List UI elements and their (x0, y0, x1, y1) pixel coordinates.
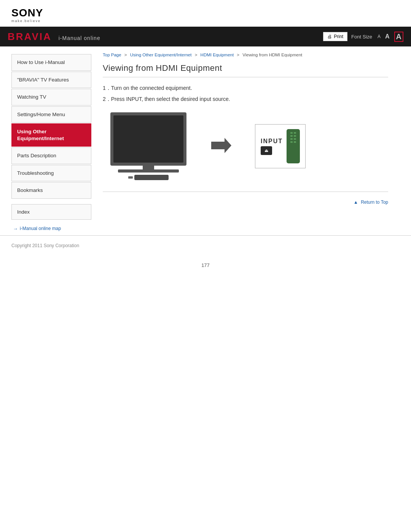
step-2: 2．Press INPUT, then select the desired i… (103, 95, 388, 103)
remote-btn (290, 135, 293, 137)
breadcrumb-link2[interactable]: Using Other Equipment/Internet (130, 53, 192, 57)
sidebar-item-parts[interactable]: Parts Description (11, 147, 91, 164)
remote-btn (290, 141, 293, 143)
tv-group (110, 112, 186, 180)
remote-btn-row-4 (290, 141, 296, 143)
return-top-arrow-icon: ▲ (354, 200, 358, 205)
steps: 1．Turn on the connected equipment. 2．Pre… (103, 84, 388, 103)
bravia-banner: BRAVIA i-Manual online 🖨 Print Font Size… (0, 27, 411, 46)
device-connector (128, 176, 133, 179)
bravia-banner-left: BRAVIA i-Manual online (8, 31, 100, 43)
remote-btn-row-1 (290, 132, 296, 134)
font-size-small[interactable]: A (378, 34, 381, 39)
content-area: Top Page > Using Other Equipment/Interne… (91, 46, 400, 232)
breadcrumb-top-page[interactable]: Top Page (103, 53, 121, 57)
logo-area: SONY make.believe (0, 0, 411, 27)
print-icon: 🖨 (327, 34, 332, 39)
svg-marker-0 (211, 138, 231, 153)
sidebar-item-index[interactable]: Index (11, 204, 91, 220)
sidebar-item-bookmarks[interactable]: Bookmarks (11, 182, 91, 199)
remote-btn (294, 132, 296, 134)
bravia-banner-right: 🖨 Print Font Size A A A (323, 32, 403, 42)
tv-screen-inner (113, 115, 183, 163)
print-label: Print (334, 34, 343, 39)
input-button-icon: ⏏ (264, 148, 268, 153)
arrow-svg (209, 136, 232, 155)
step-1: 1．Turn on the connected equipment. (103, 84, 388, 92)
page-title: Viewing from HDMI Equipment (103, 63, 388, 77)
input-label: INPUT (261, 138, 283, 145)
imanual-subtitle: i-Manual online (59, 35, 100, 41)
print-button[interactable]: 🖨 Print (323, 32, 347, 41)
illustration: INPUT ⏏ (110, 112, 388, 180)
imanual-map-link[interactable]: → i-Manual online map (11, 226, 91, 232)
arrow-right-icon: → (13, 226, 18, 232)
sidebar: How to Use i-Manual "BRAVIA" TV Features… (11, 46, 91, 232)
breadcrumb-sep3: > (237, 53, 239, 57)
sony-logo: SONY (11, 7, 400, 19)
remote-btn (294, 141, 296, 143)
breadcrumb-sep2: > (195, 53, 198, 57)
imanual-map-label: i-Manual online map (20, 226, 61, 231)
tv-stand-neck (143, 166, 154, 169)
sidebar-item-how-to-use[interactable]: How to Use i-Manual (11, 54, 91, 71)
font-size-med[interactable]: A (385, 33, 390, 40)
sony-tagline: make.believe (11, 19, 400, 23)
return-top-label: Return to Top (361, 200, 388, 205)
tv-stand-base (118, 169, 179, 173)
main-container: How to Use i-Manual "BRAVIA" TV Features… (0, 46, 411, 232)
sidebar-item-settings[interactable]: Settings/Home Menu (11, 106, 91, 123)
sidebar-item-bravia-tv[interactable]: "BRAVIA" TV Features (11, 72, 91, 88)
font-size-label: Font Size (351, 34, 372, 40)
input-illustration: INPUT ⏏ (255, 124, 306, 168)
input-button: ⏏ (261, 146, 272, 155)
remote-btn (290, 138, 293, 140)
copyright: Copyright 2011 Sony Corporation (11, 243, 79, 248)
remote-btn-row-2 (290, 135, 296, 137)
return-to-top[interactable]: ▲ Return to Top (103, 196, 388, 209)
sidebar-item-troubleshooting[interactable]: Troubleshooting (11, 165, 91, 182)
arrow-indicator (209, 136, 232, 157)
return-top-divider: ▲ Return to Top (103, 192, 388, 209)
sidebar-item-watching-tv[interactable]: Watching TV (11, 89, 91, 105)
footer: Copyright 2011 Sony Corporation (0, 235, 411, 255)
device-box (134, 175, 169, 180)
hdmi-device (128, 175, 169, 180)
remote-btn (294, 138, 296, 140)
remote-btn (290, 132, 293, 134)
input-box: INPUT ⏏ (261, 138, 283, 155)
remote-control (287, 129, 300, 163)
bravia-title: BRAVIA (8, 31, 52, 43)
remote-btn (294, 135, 296, 137)
breadcrumb: Top Page > Using Other Equipment/Interne… (103, 53, 388, 57)
remote-btn-row-3 (290, 138, 296, 140)
font-size-large[interactable]: A (394, 32, 403, 42)
breadcrumb-current: Viewing from HDMI Equipment (242, 53, 302, 57)
breadcrumb-sep1: > (124, 53, 127, 57)
breadcrumb-link3[interactable]: HDMI Equipment (201, 53, 234, 57)
sidebar-item-using-other[interactable]: Using Other Equipment/Internet (11, 123, 91, 147)
tv-screen (110, 112, 186, 166)
page-number: 177 (0, 255, 411, 276)
